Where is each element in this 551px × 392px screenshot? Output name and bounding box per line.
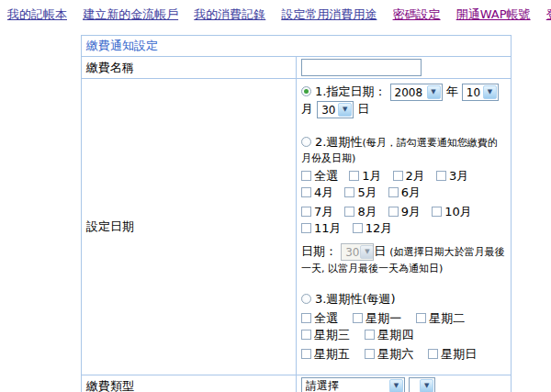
checkbox-label: 全選 xyxy=(314,169,338,183)
day-select[interactable]: 30▼ xyxy=(317,101,354,118)
chevron-down-icon: ▼ xyxy=(483,85,497,99)
checkbox-box xyxy=(349,171,359,181)
payment-type-select-value: 請選擇 xyxy=(306,378,339,392)
checkbox-box xyxy=(393,171,403,181)
checkbox-box xyxy=(428,349,438,359)
payment-name-input[interactable] xyxy=(301,59,422,76)
checkbox-label: 星期六 xyxy=(377,347,413,361)
checkbox-box xyxy=(432,207,442,217)
checkbox-label: 11月 xyxy=(314,221,342,235)
checkbox-label: 星期三 xyxy=(314,328,350,342)
checkbox-wednesday[interactable]: 星期三 xyxy=(301,328,350,342)
monthly-day-line: 日期： 30▼日 (如選擇日期大於當月最後一天, 以當月最後一天為通知日) xyxy=(301,243,506,275)
checkbox-box xyxy=(365,349,375,359)
option2-label: 2.週期性 xyxy=(315,135,362,149)
checkbox-month-11[interactable]: 11月 xyxy=(301,221,342,235)
nav-link-wap-account[interactable]: 開通WAP帳號 xyxy=(456,7,531,21)
checkbox-box xyxy=(301,187,311,197)
checkbox-label: 1月 xyxy=(362,169,381,183)
set-date-options: 1.指定日期： 2008▼ 年 10▼ 月 30▼ 日 2.週期性(每月，請勾選… xyxy=(297,79,512,375)
checkbox-label: 9月 xyxy=(401,205,421,218)
checkbox-month-9[interactable]: 9月 xyxy=(388,205,421,218)
monthly-day-unit: 日 xyxy=(374,244,386,258)
nav-link-my-ledger[interactable]: 我的記帳本 xyxy=(7,7,67,21)
payment-type-select[interactable]: 請選擇▼ xyxy=(301,377,405,392)
checkbox-label: 6月 xyxy=(401,185,421,199)
checkbox-month-7[interactable]: 7月 xyxy=(301,205,333,218)
checkbox-monday[interactable]: 星期一 xyxy=(353,311,401,325)
checkbox-month-6[interactable]: 6月 xyxy=(388,185,421,199)
nav-link-new-cashflow-account[interactable]: 建立新的金流帳戶 xyxy=(83,7,178,21)
chevron-down-icon: ▼ xyxy=(360,245,374,259)
nav-link-set-common-purposes[interactable]: 設定常用消費用途 xyxy=(281,7,377,21)
checkbox-label: 星期二 xyxy=(429,311,465,325)
checkbox-box xyxy=(416,313,426,323)
month-checkbox-row-1: 全選 1月 2月 3月 4月 5月 6月 xyxy=(301,168,506,201)
checkbox-label: 全選 xyxy=(314,311,338,325)
checkbox-thursday[interactable]: 星期四 xyxy=(365,328,413,342)
day-unit: 日 xyxy=(357,102,369,116)
monthly-day-select-value: 30 xyxy=(345,246,359,259)
checkbox-box xyxy=(388,207,399,217)
radio-weekly[interactable] xyxy=(301,294,311,304)
checkbox-box xyxy=(344,187,354,197)
checkbox-tuesday[interactable]: 星期二 xyxy=(416,311,465,325)
checkbox-box xyxy=(301,207,311,217)
checkbox-label: 星期五 xyxy=(314,347,350,361)
checkbox-friday[interactable]: 星期五 xyxy=(301,347,350,361)
checkbox-month-2[interactable]: 2月 xyxy=(393,169,425,183)
option-monthly: 2.週期性(每月，請勾選要通知您繳費的月份及日期) xyxy=(301,134,506,165)
month-checkbox-row-2: 7月 8月 9月 10月 11月 12月 xyxy=(301,204,506,237)
year-unit: 年 xyxy=(446,84,458,98)
payment-notification-form: 繳費通知設定 繳費名稱 設定日期 1.指定日期： 2008▼ 年 10▼ 月 3… xyxy=(81,35,512,392)
checkbox-month-4[interactable]: 4月 xyxy=(301,185,333,199)
payment-name-label: 繳費名稱 xyxy=(82,57,297,79)
radio-monthly[interactable] xyxy=(301,137,311,147)
form-title: 繳費通知設定 xyxy=(82,36,512,57)
checkbox-label: 3月 xyxy=(449,169,468,183)
checkbox-month-all[interactable]: 全選 xyxy=(301,169,338,183)
chevron-down-icon: ▼ xyxy=(427,85,441,99)
monthly-day-select: 30▼ xyxy=(341,243,374,261)
checkbox-label: 星期一 xyxy=(365,311,401,325)
checkbox-month-10[interactable]: 10月 xyxy=(432,205,472,218)
month-select-value: 10 xyxy=(467,86,480,99)
checkbox-sunday[interactable]: 星期日 xyxy=(428,347,477,361)
checkbox-month-12[interactable]: 12月 xyxy=(353,221,393,235)
nav-link-password-settings[interactable]: 密碼設定 xyxy=(393,7,441,21)
checkbox-label: 7月 xyxy=(314,205,333,218)
checkbox-box xyxy=(353,313,363,323)
checkbox-box xyxy=(301,349,311,359)
payment-subtype-select[interactable]: ▼ xyxy=(409,377,435,392)
month-unit: 月 xyxy=(301,102,313,116)
checkbox-label: 4月 xyxy=(314,185,333,199)
checkbox-label: 10月 xyxy=(444,205,472,218)
checkbox-week-all[interactable]: 全選 xyxy=(301,311,338,325)
option-specific-date: 1.指定日期： 2008▼ 年 10▼ 月 30▼ 日 xyxy=(301,84,506,118)
chevron-down-icon: ▼ xyxy=(389,379,403,392)
week-checkbox-row-2: 星期五 星期六 星期日 xyxy=(301,346,506,363)
checkbox-label: 5月 xyxy=(357,185,377,199)
checkbox-month-3[interactable]: 3月 xyxy=(436,169,468,183)
option-weekly: 3.週期性(每週) xyxy=(301,291,506,308)
option3-label: 3.週期性(每週) xyxy=(315,292,396,306)
checkbox-label: 2月 xyxy=(406,169,425,183)
chevron-down-icon: ▼ xyxy=(338,103,352,117)
checkbox-box xyxy=(301,223,311,233)
checkbox-saturday[interactable]: 星期六 xyxy=(365,347,413,361)
checkbox-box xyxy=(301,330,311,340)
chevron-down-icon: ▼ xyxy=(420,379,433,392)
checkbox-month-8[interactable]: 8月 xyxy=(344,205,377,218)
nav-link-logout[interactable]: 登出 xyxy=(546,7,551,21)
checkbox-label: 星期四 xyxy=(377,328,413,342)
checkbox-box xyxy=(388,187,399,197)
checkbox-box xyxy=(301,171,311,181)
nav-link-my-spending-records[interactable]: 我的消費記錄 xyxy=(194,7,265,21)
checkbox-month-5[interactable]: 5月 xyxy=(344,185,377,199)
month-select[interactable]: 10▼ xyxy=(462,84,499,101)
checkbox-month-1[interactable]: 1月 xyxy=(349,169,381,183)
checkbox-label: 8月 xyxy=(357,205,377,218)
year-select[interactable]: 2008▼ xyxy=(390,84,443,101)
checkbox-label: 12月 xyxy=(365,221,393,235)
radio-specific-date[interactable] xyxy=(301,86,311,96)
